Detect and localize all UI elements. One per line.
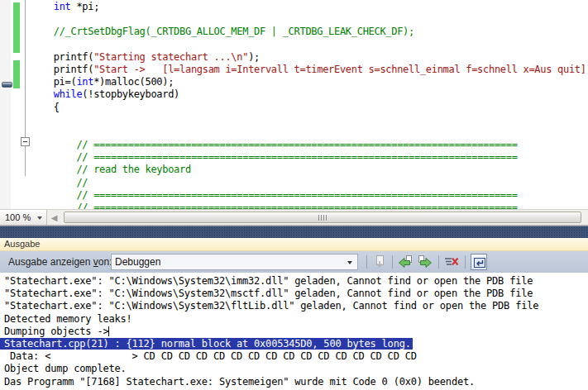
code-line: printf("Starting statechart ...\n"); <box>31 51 588 64</box>
output-line[interactable]: Object dump complete. <box>4 363 588 375</box>
clear-all-icon <box>444 254 459 269</box>
show-message-in-code-icon <box>372 254 387 269</box>
output-toolbar: Ausgabe anzeigen von: Debuggen <box>0 251 588 273</box>
code-line: // <box>31 177 588 189</box>
output-line[interactable]: Statechart.cpp(21) : {112} normal block … <box>4 338 588 350</box>
code-line: //_CrtSetDbgFlag(_CRTDBG_ALLOC_MEM_DF | … <box>31 26 588 38</box>
code-line <box>31 13 588 26</box>
toolbar-separator <box>465 255 466 269</box>
collapse-region-icon[interactable] <box>21 137 30 146</box>
next-message-icon <box>418 254 433 269</box>
code-line <box>31 114 588 126</box>
code-line <box>31 126 588 139</box>
text-cursor <box>108 326 109 336</box>
ide-window: int *pi; //_CrtSetDbgFlag(_CRTDBG_ALLOC_… <box>0 0 588 390</box>
output-line[interactable]: Detected memory leaks! <box>4 313 588 326</box>
code-line: // =====================================… <box>31 189 588 202</box>
minus-glyph <box>23 141 27 142</box>
breakpoint-margin[interactable] <box>0 0 11 209</box>
editor-scrollbar-row: 100 % ◀ <box>0 209 588 226</box>
code-line: pi=(int*)malloc(500); <box>31 76 588 88</box>
toolbar-separator <box>392 255 393 269</box>
code-line: // =====================================… <box>31 202 588 209</box>
code-line: // =====================================… <box>31 151 588 164</box>
show-message-in-code-button[interactable] <box>371 254 388 270</box>
code-line <box>31 39 588 51</box>
code-line: // =====================================… <box>31 139 588 151</box>
code-line: while(!stopbykeyboard) <box>31 88 588 101</box>
output-line[interactable]: Das Programm "[7168] Statechart.exe: Sys… <box>4 376 588 388</box>
previous-message-icon <box>398 254 413 269</box>
code-line: // read the keyboard <box>31 164 588 176</box>
next-message-button[interactable] <box>417 254 433 270</box>
window-splitter[interactable] <box>0 226 588 238</box>
code-editor[interactable]: int *pi; //_CrtSetDbgFlag(_CRTDBG_ALLOC_… <box>0 0 588 209</box>
output-line[interactable]: "Statechart.exe": "C:\Windows\System32\i… <box>4 275 588 288</box>
output-line[interactable]: "Statechart.exe": "C:\Windows\System32\f… <box>4 300 588 312</box>
output-line[interactable]: "Statechart.exe": "C:\Windows\System32\m… <box>4 288 588 300</box>
output-text-area[interactable]: "Statechart.exe": "C:\Windows\System32\i… <box>0 273 588 390</box>
output-panel-titlebar[interactable]: Ausgabe <box>0 238 588 251</box>
previous-message-button[interactable] <box>397 254 414 270</box>
code-line: int *pi; <box>31 1 588 13</box>
clear-all-button[interactable] <box>443 254 460 270</box>
code-line: printf("Start -> [l=langsam i=Intervall … <box>31 64 588 76</box>
chevron-down-icon <box>347 261 352 264</box>
outlining-margin-line <box>25 0 26 176</box>
scrollbar-grip-icon <box>318 215 327 221</box>
toggle-word-wrap-icon <box>472 255 487 270</box>
change-tracking-bar <box>13 2 20 53</box>
toggle-word-wrap-button[interactable] <box>471 254 487 270</box>
horizontal-scrollbar-track[interactable] <box>61 211 588 224</box>
change-tracking-bar <box>13 60 20 88</box>
bookmark-icon <box>2 82 12 88</box>
output-panel-title: Ausgabe <box>4 239 40 249</box>
output-source-value: Debuggen <box>115 256 160 268</box>
show-output-from-label: Ausgabe anzeigen von: <box>8 256 112 268</box>
zoom-level-dropdown[interactable]: 100 % <box>0 210 47 225</box>
code-line: { <box>31 102 588 114</box>
zoom-level-value: 100 % <box>5 212 31 222</box>
output-source-dropdown[interactable]: Debuggen <box>111 254 358 270</box>
toolbar-separator <box>366 255 367 269</box>
output-line[interactable]: Dumping objects -> <box>4 326 588 338</box>
output-line[interactable]: Data: < > CD CD CD CD CD CD CD CD CD CD … <box>4 350 588 363</box>
scroll-left-arrow-icon[interactable]: ◀ <box>48 212 60 223</box>
code-lines: int *pi; //_CrtSetDbgFlag(_CRTDBG_ALLOC_… <box>31 1 588 209</box>
horizontal-scrollbar-thumb[interactable] <box>64 212 581 223</box>
chevron-down-icon <box>37 216 42 220</box>
toolbar-separator <box>438 255 439 269</box>
